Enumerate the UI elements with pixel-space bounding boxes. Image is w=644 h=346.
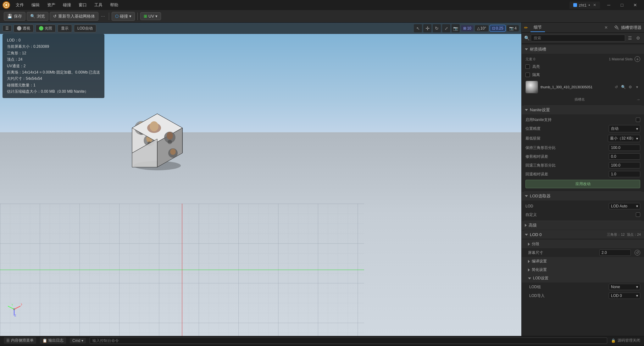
isolate-checkbox[interactable] <box>525 73 530 77</box>
svg-text:Z: Z <box>14 314 16 317</box>
close-button[interactable]: ✕ <box>629 0 641 10</box>
panel-close-button[interactable]: ✕ <box>604 25 608 30</box>
save-button[interactable]: 💾 保存 <box>4 12 25 21</box>
detail-tab[interactable]: 细节 <box>530 23 545 32</box>
slot-manager-tab[interactable]: 🔌 插槽管理器 <box>614 25 641 30</box>
lod0-header[interactable]: LOD 0 三角形：12 顶点：24 <box>522 231 644 239</box>
console-input[interactable] <box>90 338 607 344</box>
build-settings-arrow-icon <box>528 260 530 263</box>
advanced-arrow-icon <box>525 224 527 227</box>
fallback-error-input[interactable] <box>609 171 640 177</box>
isolate-row: 隔离 <box>522 71 644 79</box>
tab-modified: • <box>588 3 590 8</box>
reimport-button[interactable]: ↺ 重新导入基础网格体 <box>50 12 98 21</box>
save-icon: 💾 <box>7 14 12 19</box>
custom-lod-checkbox[interactable] <box>636 212 640 217</box>
lod-settings-arrow-icon <box>528 277 531 279</box>
sections-arrow-icon <box>528 243 530 246</box>
minimize-button[interactable]: ─ <box>602 0 615 10</box>
uv-arrow: ▾ <box>155 14 158 19</box>
maximize-button[interactable]: □ <box>616 0 628 10</box>
fallback-error-row: 回退相对误差 <box>522 170 644 178</box>
content-browser-button[interactable]: ☰ 内容侧滑菜单 <box>4 337 36 344</box>
viewport[interactable]: LOD：0 当前屏幕大小：0.263089 三角形：12 顶点：24 UV通道：… <box>0 23 521 336</box>
menu-tools[interactable]: 工具 <box>91 1 106 9</box>
lighting-button[interactable]: 光照 <box>36 25 56 32</box>
add-material-slot-button[interactable]: + <box>635 56 640 62</box>
keep-triangle-input[interactable] <box>609 145 640 151</box>
select-tool[interactable]: ↖ <box>414 24 422 32</box>
scale-button[interactable]: ⊡ 0.25 <box>490 25 506 32</box>
build-settings-header[interactable]: 编译设置 <box>522 257 644 266</box>
screen-size-reset-button[interactable]: ↺ <box>635 250 640 255</box>
enable-nanite-checkbox[interactable] <box>636 118 640 122</box>
uv-dropdown[interactable]: ⊞ UV ▾ <box>140 12 161 20</box>
cube-3d <box>123 104 192 173</box>
output-log-button[interactable]: 📋 输出日志 <box>40 337 66 344</box>
sections-subheader[interactable]: 分段 <box>522 240 644 248</box>
source-control[interactable]: 🔒 源码管理关闭 <box>611 338 640 343</box>
nanite-header[interactable]: Nanite设置 <box>522 106 644 114</box>
menu-collision[interactable]: 碰撞 <box>60 1 74 9</box>
lod-import-select[interactable]: LOD 0 ▾ <box>609 293 640 299</box>
svg-point-18 <box>150 121 158 131</box>
lod-button[interactable]: LOD自动 <box>74 25 96 32</box>
material-dropdown-button[interactable]: ▾ <box>634 84 640 90</box>
lod-group-select[interactable]: None ▾ <box>609 284 640 290</box>
panel-settings-button[interactable]: ⚙ <box>635 35 641 41</box>
lod-settings-subheader[interactable]: LOD设置 <box>522 274 644 283</box>
search-input[interactable] <box>531 35 625 41</box>
show-button[interactable]: 显示 <box>58 25 72 32</box>
browse-button[interactable]: 🔍 浏览 <box>27 12 48 21</box>
menu-window[interactable]: 窗口 <box>75 1 90 9</box>
tab-close-button[interactable]: ✕ <box>593 3 596 7</box>
fallback-triangle-input[interactable] <box>609 162 640 168</box>
min-residency-select[interactable]: 最小（32 KB） ▾ <box>608 135 640 142</box>
detail-tab-label: 细节 <box>534 25 542 30</box>
screen-size-input[interactable] <box>599 250 631 256</box>
material-thumbnail[interactable] <box>525 81 538 93</box>
menu-asset[interactable]: 资产 <box>44 1 58 9</box>
material-more-button[interactable]: ⚙ <box>627 84 633 90</box>
nanite-title: Nanite设置 <box>530 107 550 113</box>
viewport-mode-button[interactable]: ☰ <box>3 25 12 31</box>
apply-changes-button[interactable]: 应用改动 <box>525 180 640 188</box>
enable-nanite-label: 启用Nanite支持 <box>525 117 633 123</box>
camera-tool[interactable]: 📷 <box>452 24 460 32</box>
angle-button[interactable]: △ 10° <box>475 25 488 31</box>
cmd-dropdown[interactable]: Cmd ▾ <box>70 338 86 343</box>
collision-dropdown[interactable]: ⬡ 碰撞 ▾ <box>112 12 135 21</box>
statusbar: ☰ 内容侧滑菜单 📋 输出日志 Cmd ▾ 🔒 源码管理关闭 <box>0 336 644 345</box>
toolbar-dots[interactable]: ⋯ <box>100 14 106 19</box>
camera-speed-button[interactable]: 📷 4 <box>507 25 519 31</box>
perspective-button[interactable]: 透视 <box>14 25 34 32</box>
material-browse-button[interactable]: ↺ <box>613 84 619 90</box>
panel-content[interactable]: 材质插槽 元素 0 1 Material Slots + 高亮 隔离 <box>522 44 644 336</box>
simplification-header[interactable]: 简化设置 <box>522 266 644 274</box>
lod-group-value: None <box>611 285 620 289</box>
grid-button[interactable]: ⊞ 10 <box>461 25 473 31</box>
material-slots-header[interactable]: 材质插槽 <box>522 45 644 54</box>
menu-help[interactable]: 帮助 <box>107 1 121 9</box>
tab-bar: zht1• ✕ <box>569 2 600 9</box>
position-precision-select[interactable]: 自动 ▾ <box>609 125 640 132</box>
material-find-button[interactable]: 🔍 <box>620 84 626 90</box>
menu-file[interactable]: 文件 <box>13 1 27 9</box>
lod-picker-header[interactable]: LOD选取器 <box>522 192 644 200</box>
scale-tool[interactable]: ⤢ <box>442 24 450 32</box>
stat-collision: 碰撞图元数量：1 <box>7 82 100 88</box>
lod-select[interactable]: LOD Auto ▾ <box>609 203 640 209</box>
rotate-tool[interactable]: ↻ <box>433 24 441 32</box>
trim-error-input[interactable] <box>609 153 640 160</box>
slot-name-arrow: → <box>636 97 640 102</box>
isolate-label: 隔离 <box>532 72 640 78</box>
menu-edit[interactable]: 编辑 <box>28 1 43 9</box>
reimport-label: 重新导入基础网格体 <box>58 14 95 19</box>
lod0-content: 分段 屏幕尺寸 ↺ 编译设置 简化设置 <box>522 239 644 301</box>
stat-size: 大约尺寸：54x54x54 <box>7 75 100 82</box>
highlight-checkbox[interactable] <box>525 64 530 69</box>
panel-list-view-button[interactable]: ☰ <box>626 35 633 41</box>
move-tool[interactable]: ✛ <box>423 24 431 32</box>
main-tab[interactable]: zht1• ✕ <box>569 2 600 9</box>
advanced-header[interactable]: 高级 <box>522 221 644 230</box>
